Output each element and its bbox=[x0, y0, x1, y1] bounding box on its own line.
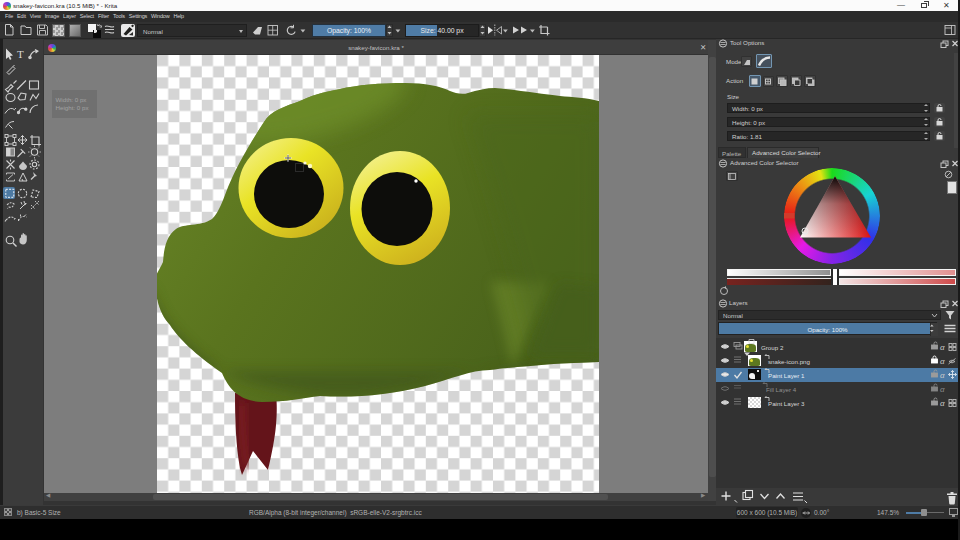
svg-text:α: α bbox=[940, 371, 945, 380]
svg-text:T: T bbox=[17, 48, 24, 60]
svg-text:α: α bbox=[940, 357, 945, 366]
svg-text:α: α bbox=[940, 399, 945, 408]
svg-text:α: α bbox=[940, 343, 945, 352]
svg-text:α: α bbox=[940, 385, 945, 394]
